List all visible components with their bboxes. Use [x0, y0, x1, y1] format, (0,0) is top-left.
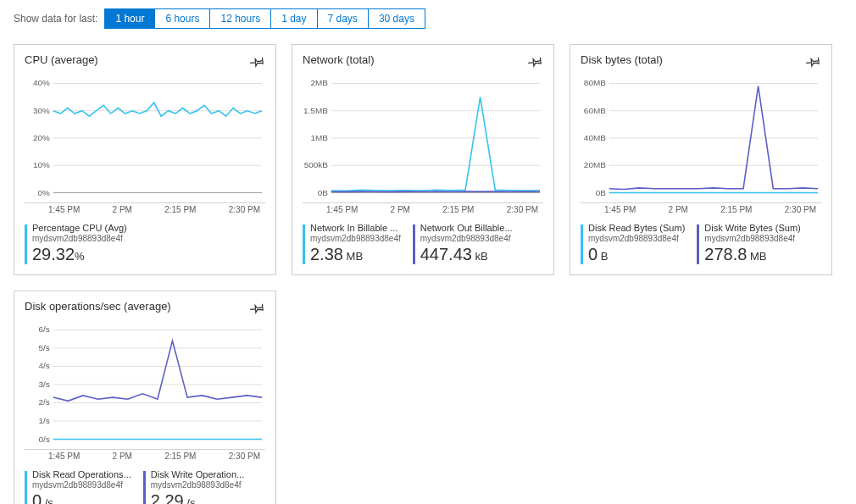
metric-resource: mydsvm2db98893d8e4f: [310, 234, 401, 244]
chart-plot[interactable]: 6/s5/s4/s3/s2/s1/s0/s: [25, 322, 265, 449]
svg-text:5/s: 5/s: [39, 343, 50, 352]
metric-resource: mydsvm2db98893d8e4f: [420, 234, 513, 244]
metric-swatch: [303, 224, 305, 264]
metric-row: Percentage CPU (Avg)mydsvm2db98893d8e4f2…: [25, 223, 265, 264]
svg-text:40%: 40%: [33, 78, 50, 87]
time-range-30-days[interactable]: 30 days: [369, 9, 425, 28]
chart-xaxis: 1:45 PM2 PM2:15 PM2:30 PM: [581, 202, 821, 214]
card-title: CPU (average): [25, 53, 98, 66]
metric-swatch: [143, 471, 146, 504]
svg-text:1.5MB: 1.5MB: [303, 106, 328, 115]
svg-text:20%: 20%: [33, 133, 50, 142]
metric-label: Disk Write Bytes (Sum): [704, 223, 800, 234]
svg-text:40MB: 40MB: [584, 133, 606, 142]
time-range-12-hours[interactable]: 12 hours: [210, 9, 271, 28]
metric-swatch: [413, 224, 415, 264]
svg-text:80MB: 80MB: [584, 78, 606, 87]
chart-xaxis: 1:45 PM2 PM2:15 PM2:30 PM: [25, 202, 265, 214]
metric-swatch: [697, 224, 699, 264]
metric: Percentage CPU (Avg)mydsvm2db98893d8e4f2…: [25, 223, 127, 264]
svg-text:1/s: 1/s: [39, 416, 50, 425]
pin-icon[interactable]: [528, 53, 543, 69]
chart-card: Disk operations/sec (average)6/s5/s4/s3/…: [14, 291, 276, 504]
time-range-toolbar: Show data for last: 1 hour6 hours12 hour…: [14, 8, 842, 29]
svg-text:0%: 0%: [37, 188, 50, 197]
pin-icon[interactable]: [250, 53, 265, 69]
metric: Disk Write Bytes (Sum)mydsvm2db98893d8e4…: [697, 223, 800, 264]
time-range-1-day[interactable]: 1 day: [271, 9, 317, 28]
metric-label: Network In Billable ...: [310, 223, 401, 234]
metric: Network In Billable ...mydsvm2db98893d8e…: [303, 223, 401, 264]
metric-value: 2.38 MB: [310, 244, 401, 264]
metric-value: 29.32%: [32, 244, 127, 264]
metric-resource: mydsvm2db98893d8e4f: [151, 480, 244, 490]
svg-text:0B: 0B: [596, 188, 607, 197]
metric-label: Network Out Billable...: [420, 223, 513, 234]
metric-label: Disk Read Operations...: [32, 469, 131, 480]
metric-value: 447.43 kB: [420, 244, 513, 264]
svg-text:500kB: 500kB: [304, 160, 329, 169]
time-range-segmented: 1 hour6 hours12 hours1 day7 days30 days: [104, 8, 425, 29]
card-title: Disk operations/sec (average): [25, 300, 171, 313]
metric: Disk Read Bytes (Sum)mydsvm2db98893d8e4f…: [581, 223, 685, 264]
time-range-7-days[interactable]: 7 days: [318, 9, 369, 28]
metric: Disk Read Operations...mydsvm2db98893d8e…: [25, 469, 131, 504]
svg-text:6/s: 6/s: [39, 325, 50, 335]
metric-row: Network In Billable ...mydsvm2db98893d8e…: [303, 223, 543, 264]
metric-value: 278.8 MB: [704, 244, 800, 264]
metric-swatch: [25, 471, 27, 504]
metric-resource: mydsvm2db98893d8e4f: [32, 234, 127, 244]
metric-swatch: [581, 224, 583, 264]
chart-card: CPU (average)40%30%20%10%0%1:45 PM2 PM2:…: [14, 44, 276, 275]
metric-resource: mydsvm2db98893d8e4f: [32, 480, 131, 490]
metric-swatch: [25, 224, 27, 264]
chart-xaxis: 1:45 PM2 PM2:15 PM2:30 PM: [25, 449, 265, 461]
svg-text:1MB: 1MB: [310, 133, 328, 142]
metric-resource: mydsvm2db98893d8e4f: [704, 234, 800, 244]
chart-card: Disk bytes (total)80MB60MB40MB20MB0B1:45…: [570, 44, 832, 275]
metric-row: Disk Read Operations...mydsvm2db98893d8e…: [25, 469, 265, 504]
metric-value: 0 B: [588, 244, 685, 264]
metric-value: 2.29 /s: [151, 490, 244, 504]
svg-text:20MB: 20MB: [584, 160, 606, 169]
chart-xaxis: 1:45 PM2 PM2:15 PM2:30 PM: [303, 202, 543, 214]
pin-icon[interactable]: [250, 300, 265, 315]
chart-plot[interactable]: 40%30%20%10%0%: [25, 75, 265, 202]
metric-row: Disk Read Bytes (Sum)mydsvm2db98893d8e4f…: [581, 223, 821, 264]
svg-text:60MB: 60MB: [584, 106, 606, 115]
svg-text:3/s: 3/s: [39, 379, 50, 389]
time-range-1-hour[interactable]: 1 hour: [105, 9, 155, 28]
metric-label: Disk Read Bytes (Sum): [588, 223, 685, 234]
svg-text:2MB: 2MB: [310, 78, 328, 87]
svg-text:10%: 10%: [33, 160, 50, 169]
metric: Disk Write Operation...mydsvm2db98893d8e…: [143, 469, 244, 504]
time-range-6-hours[interactable]: 6 hours: [155, 9, 210, 28]
card-title: Network (total): [303, 53, 375, 66]
svg-text:0B: 0B: [318, 188, 329, 197]
svg-text:0/s: 0/s: [39, 435, 50, 444]
metric-label: Disk Write Operation...: [151, 469, 244, 480]
metric-label: Percentage CPU (Avg): [32, 223, 127, 234]
chart-plot[interactable]: 2MB1.5MB1MB500kB0B: [303, 75, 543, 202]
svg-text:30%: 30%: [33, 106, 50, 115]
metric-value: 0 /s: [32, 490, 131, 504]
pin-icon[interactable]: [806, 53, 821, 69]
chart-plot[interactable]: 80MB60MB40MB20MB0B: [581, 75, 821, 202]
svg-text:4/s: 4/s: [39, 362, 50, 371]
metric: Network Out Billable...mydsvm2db98893d8e…: [413, 223, 513, 264]
chart-card: Network (total)2MB1.5MB1MB500kB0B1:45 PM…: [292, 44, 554, 275]
card-title: Disk bytes (total): [581, 53, 663, 66]
time-range-label: Show data for last:: [14, 13, 97, 25]
svg-text:2/s: 2/s: [39, 398, 50, 407]
metric-resource: mydsvm2db98893d8e4f: [588, 234, 685, 244]
